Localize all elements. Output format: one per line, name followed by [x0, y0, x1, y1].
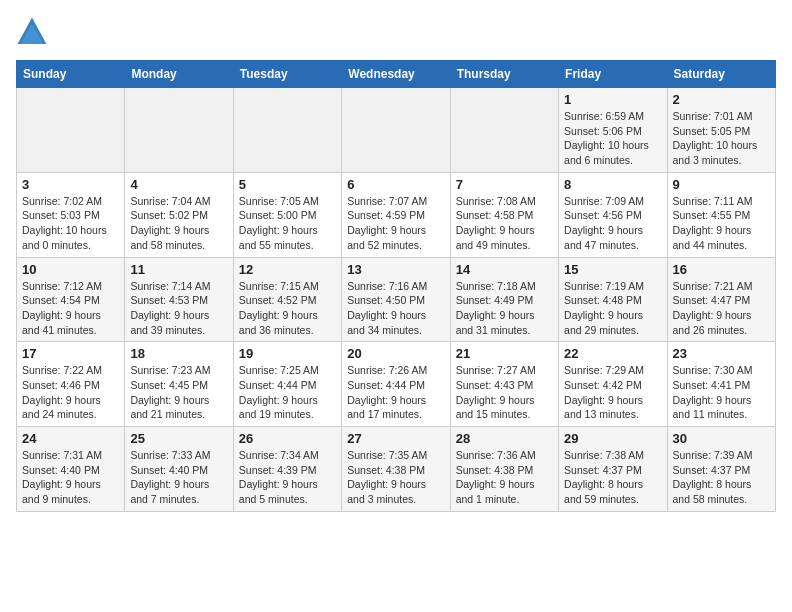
day-info: Sunrise: 7:01 AM Sunset: 5:05 PM Dayligh…: [673, 109, 770, 168]
day-number: 6: [347, 177, 444, 192]
day-info: Sunrise: 7:16 AM Sunset: 4:50 PM Dayligh…: [347, 279, 444, 338]
calendar-week-row: 1Sunrise: 6:59 AM Sunset: 5:06 PM Daylig…: [17, 88, 776, 173]
day-info: Sunrise: 7:30 AM Sunset: 4:41 PM Dayligh…: [673, 363, 770, 422]
calendar-cell: [233, 88, 341, 173]
weekday-header: Saturday: [667, 61, 775, 88]
day-number: 22: [564, 346, 661, 361]
day-number: 7: [456, 177, 553, 192]
calendar-cell: 15Sunrise: 7:19 AM Sunset: 4:48 PM Dayli…: [559, 257, 667, 342]
calendar-week-row: 3Sunrise: 7:02 AM Sunset: 5:03 PM Daylig…: [17, 172, 776, 257]
day-info: Sunrise: 7:38 AM Sunset: 4:37 PM Dayligh…: [564, 448, 661, 507]
calendar-cell: 8Sunrise: 7:09 AM Sunset: 4:56 PM Daylig…: [559, 172, 667, 257]
page-header: [16, 16, 776, 48]
calendar-cell: 21Sunrise: 7:27 AM Sunset: 4:43 PM Dayli…: [450, 342, 558, 427]
calendar-cell: 7Sunrise: 7:08 AM Sunset: 4:58 PM Daylig…: [450, 172, 558, 257]
day-info: Sunrise: 7:26 AM Sunset: 4:44 PM Dayligh…: [347, 363, 444, 422]
day-number: 3: [22, 177, 119, 192]
day-info: Sunrise: 6:59 AM Sunset: 5:06 PM Dayligh…: [564, 109, 661, 168]
day-number: 11: [130, 262, 227, 277]
day-info: Sunrise: 7:04 AM Sunset: 5:02 PM Dayligh…: [130, 194, 227, 253]
day-info: Sunrise: 7:22 AM Sunset: 4:46 PM Dayligh…: [22, 363, 119, 422]
calendar-cell: [342, 88, 450, 173]
day-info: Sunrise: 7:12 AM Sunset: 4:54 PM Dayligh…: [22, 279, 119, 338]
day-info: Sunrise: 7:15 AM Sunset: 4:52 PM Dayligh…: [239, 279, 336, 338]
day-number: 26: [239, 431, 336, 446]
day-number: 9: [673, 177, 770, 192]
day-info: Sunrise: 7:39 AM Sunset: 4:37 PM Dayligh…: [673, 448, 770, 507]
calendar-cell: 1Sunrise: 6:59 AM Sunset: 5:06 PM Daylig…: [559, 88, 667, 173]
calendar-cell: 25Sunrise: 7:33 AM Sunset: 4:40 PM Dayli…: [125, 427, 233, 512]
calendar-cell: 13Sunrise: 7:16 AM Sunset: 4:50 PM Dayli…: [342, 257, 450, 342]
weekday-header: Wednesday: [342, 61, 450, 88]
calendar-cell: 6Sunrise: 7:07 AM Sunset: 4:59 PM Daylig…: [342, 172, 450, 257]
calendar-cell: 30Sunrise: 7:39 AM Sunset: 4:37 PM Dayli…: [667, 427, 775, 512]
day-number: 5: [239, 177, 336, 192]
weekday-header: Monday: [125, 61, 233, 88]
day-info: Sunrise: 7:36 AM Sunset: 4:38 PM Dayligh…: [456, 448, 553, 507]
day-number: 10: [22, 262, 119, 277]
weekday-header: Thursday: [450, 61, 558, 88]
weekday-header: Sunday: [17, 61, 125, 88]
day-info: Sunrise: 7:18 AM Sunset: 4:49 PM Dayligh…: [456, 279, 553, 338]
calendar-cell: [450, 88, 558, 173]
day-info: Sunrise: 7:33 AM Sunset: 4:40 PM Dayligh…: [130, 448, 227, 507]
day-number: 24: [22, 431, 119, 446]
calendar-cell: 9Sunrise: 7:11 AM Sunset: 4:55 PM Daylig…: [667, 172, 775, 257]
day-info: Sunrise: 7:09 AM Sunset: 4:56 PM Dayligh…: [564, 194, 661, 253]
day-info: Sunrise: 7:08 AM Sunset: 4:58 PM Dayligh…: [456, 194, 553, 253]
day-number: 25: [130, 431, 227, 446]
day-info: Sunrise: 7:05 AM Sunset: 5:00 PM Dayligh…: [239, 194, 336, 253]
calendar-cell: 18Sunrise: 7:23 AM Sunset: 4:45 PM Dayli…: [125, 342, 233, 427]
logo-icon: [16, 16, 48, 48]
day-number: 4: [130, 177, 227, 192]
calendar-cell: 19Sunrise: 7:25 AM Sunset: 4:44 PM Dayli…: [233, 342, 341, 427]
day-number: 20: [347, 346, 444, 361]
calendar-cell: 14Sunrise: 7:18 AM Sunset: 4:49 PM Dayli…: [450, 257, 558, 342]
calendar-week-row: 17Sunrise: 7:22 AM Sunset: 4:46 PM Dayli…: [17, 342, 776, 427]
day-number: 29: [564, 431, 661, 446]
day-info: Sunrise: 7:21 AM Sunset: 4:47 PM Dayligh…: [673, 279, 770, 338]
calendar-cell: 23Sunrise: 7:30 AM Sunset: 4:41 PM Dayli…: [667, 342, 775, 427]
day-number: 18: [130, 346, 227, 361]
day-number: 17: [22, 346, 119, 361]
day-info: Sunrise: 7:31 AM Sunset: 4:40 PM Dayligh…: [22, 448, 119, 507]
day-number: 12: [239, 262, 336, 277]
calendar-cell: 3Sunrise: 7:02 AM Sunset: 5:03 PM Daylig…: [17, 172, 125, 257]
weekday-header: Friday: [559, 61, 667, 88]
calendar-cell: 12Sunrise: 7:15 AM Sunset: 4:52 PM Dayli…: [233, 257, 341, 342]
calendar-cell: 2Sunrise: 7:01 AM Sunset: 5:05 PM Daylig…: [667, 88, 775, 173]
calendar-week-row: 10Sunrise: 7:12 AM Sunset: 4:54 PM Dayli…: [17, 257, 776, 342]
calendar-cell: 4Sunrise: 7:04 AM Sunset: 5:02 PM Daylig…: [125, 172, 233, 257]
calendar-cell: 16Sunrise: 7:21 AM Sunset: 4:47 PM Dayli…: [667, 257, 775, 342]
day-info: Sunrise: 7:27 AM Sunset: 4:43 PM Dayligh…: [456, 363, 553, 422]
day-info: Sunrise: 7:23 AM Sunset: 4:45 PM Dayligh…: [130, 363, 227, 422]
calendar-table: SundayMondayTuesdayWednesdayThursdayFrid…: [16, 60, 776, 512]
calendar-cell: 24Sunrise: 7:31 AM Sunset: 4:40 PM Dayli…: [17, 427, 125, 512]
day-info: Sunrise: 7:29 AM Sunset: 4:42 PM Dayligh…: [564, 363, 661, 422]
day-info: Sunrise: 7:25 AM Sunset: 4:44 PM Dayligh…: [239, 363, 336, 422]
calendar-cell: 10Sunrise: 7:12 AM Sunset: 4:54 PM Dayli…: [17, 257, 125, 342]
weekday-header: Tuesday: [233, 61, 341, 88]
day-info: Sunrise: 7:11 AM Sunset: 4:55 PM Dayligh…: [673, 194, 770, 253]
calendar-cell: 11Sunrise: 7:14 AM Sunset: 4:53 PM Dayli…: [125, 257, 233, 342]
calendar-cell: [17, 88, 125, 173]
day-number: 2: [673, 92, 770, 107]
day-info: Sunrise: 7:02 AM Sunset: 5:03 PM Dayligh…: [22, 194, 119, 253]
day-number: 13: [347, 262, 444, 277]
logo: [16, 16, 52, 48]
day-number: 1: [564, 92, 661, 107]
day-number: 28: [456, 431, 553, 446]
calendar-cell: 20Sunrise: 7:26 AM Sunset: 4:44 PM Dayli…: [342, 342, 450, 427]
calendar-cell: 5Sunrise: 7:05 AM Sunset: 5:00 PM Daylig…: [233, 172, 341, 257]
calendar-week-row: 24Sunrise: 7:31 AM Sunset: 4:40 PM Dayli…: [17, 427, 776, 512]
calendar-cell: 29Sunrise: 7:38 AM Sunset: 4:37 PM Dayli…: [559, 427, 667, 512]
calendar-header-row: SundayMondayTuesdayWednesdayThursdayFrid…: [17, 61, 776, 88]
day-number: 16: [673, 262, 770, 277]
day-info: Sunrise: 7:19 AM Sunset: 4:48 PM Dayligh…: [564, 279, 661, 338]
calendar-cell: 22Sunrise: 7:29 AM Sunset: 4:42 PM Dayli…: [559, 342, 667, 427]
day-number: 23: [673, 346, 770, 361]
day-number: 30: [673, 431, 770, 446]
day-info: Sunrise: 7:07 AM Sunset: 4:59 PM Dayligh…: [347, 194, 444, 253]
day-info: Sunrise: 7:34 AM Sunset: 4:39 PM Dayligh…: [239, 448, 336, 507]
calendar-cell: 17Sunrise: 7:22 AM Sunset: 4:46 PM Dayli…: [17, 342, 125, 427]
